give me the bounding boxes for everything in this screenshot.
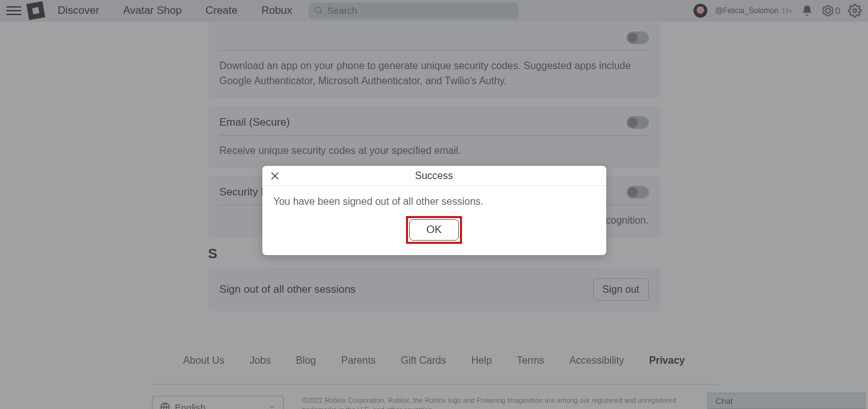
ok-highlight: OK <box>406 216 462 244</box>
modal-message: You have been signed out of all other se… <box>274 196 595 207</box>
close-icon[interactable] <box>267 168 282 183</box>
modal-title: Success <box>415 170 453 182</box>
success-modal: Success You have been signed out of all … <box>262 166 606 255</box>
modal-header: Success <box>262 166 606 186</box>
ok-button[interactable]: OK <box>409 219 459 241</box>
